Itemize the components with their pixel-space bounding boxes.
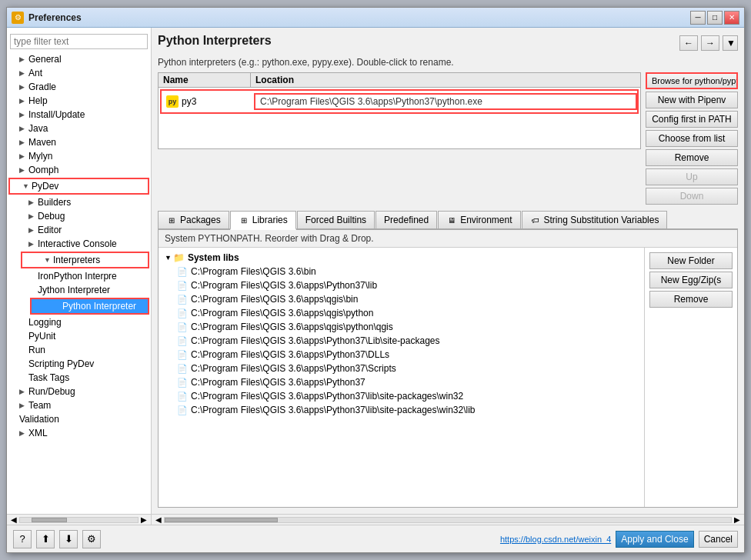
sidebar-item-editor[interactable]: ▶ Editor — [7, 223, 151, 237]
sidebar-item-mylyn[interactable]: ▶ Mylyn — [7, 149, 151, 163]
tab-libraries[interactable]: ⊞ Libraries — [230, 211, 296, 230]
file-icon: 📄 — [177, 267, 188, 277]
list-item[interactable]: 📄 C:\Program Files\QGIS 3.6\bin — [162, 265, 641, 278]
sidebar-item-ant[interactable]: ▶ Ant — [7, 66, 151, 80]
sidebar-item-validation[interactable]: Validation — [7, 412, 151, 426]
sidebar-item-general[interactable]: ▶ General — [7, 52, 151, 66]
file-icon: 📄 — [177, 281, 188, 291]
sidebar-item-interactive-console[interactable]: ▶ Interactive Console — [7, 237, 151, 251]
col-location-header: Location — [251, 73, 640, 87]
sidebar-item-run-debug[interactable]: ▶ Run/Debug — [7, 385, 151, 398]
new-pipenv-button[interactable]: New with Pipenv — [646, 92, 738, 108]
sidebar-item-help[interactable]: ▶ Help — [7, 94, 151, 108]
close-button[interactable]: ✕ — [724, 11, 739, 25]
export-button[interactable]: ⬇ — [59, 530, 78, 548]
maximize-button[interactable]: □ — [707, 11, 723, 25]
expand-arrow: ▶ — [28, 226, 36, 234]
sidebar-item-maven[interactable]: ▶ Maven — [7, 135, 151, 149]
sidebar-item-run[interactable]: Run — [7, 343, 151, 357]
expand-arrow: ▶ — [19, 55, 27, 63]
main-hscroll[interactable]: ◀ ▶ — [152, 515, 744, 525]
list-item[interactable]: 📄 C:\Program Files\QGIS 3.6\apps\qgis\py… — [162, 320, 641, 334]
sidebar-item-jython[interactable]: Jython Interpreter — [7, 283, 151, 297]
sidebar-hscroll[interactable]: ◀ ▶ — [7, 515, 152, 525]
sidebar-item-logging[interactable]: Logging — [7, 315, 151, 329]
browse-button[interactable]: Browse for python/pypy e: — [646, 72, 738, 89]
string-subst-tab-icon: 🏷 — [530, 215, 541, 225]
sidebar-item-install-update[interactable]: ▶ Install/Update — [7, 108, 151, 122]
status-link[interactable]: https://blog.csdn.net/weixin_4 — [500, 535, 611, 544]
expand-arrow: ▶ — [28, 240, 36, 248]
sidebar-item-ironpython[interactable]: IronPython Interpre — [7, 269, 151, 283]
tab-forced-builtins[interactable]: Forced Builtins — [297, 211, 375, 228]
panel-title: Python Interpreters — [158, 34, 272, 48]
tabs-bar: ⊞ Packages ⊞ Libraries Forced Builtins P… — [158, 211, 738, 230]
list-item[interactable]: 📄 C:\Program Files\QGIS 3.6\apps\Python3… — [162, 334, 641, 348]
nav-forward-button[interactable]: → — [701, 35, 719, 51]
window-icon: ⚙ — [12, 12, 24, 24]
nav-menu-button[interactable]: ▼ — [723, 35, 738, 51]
python-icon: py — [166, 95, 179, 108]
tab-packages[interactable]: ⊞ Packages — [158, 211, 229, 228]
sidebar-item-interpreters[interactable]: ▼ Interpreters — [21, 252, 149, 268]
sidebar-item-builders[interactable]: ▶ Builders — [7, 195, 151, 209]
list-item[interactable]: 📄 C:\Program Files\QGIS 3.6\apps\Python3… — [162, 348, 641, 362]
sidebar: ▶ General ▶ Ant ▶ Gradle ▶ Help ▶ Instal… — [7, 28, 152, 514]
filter-input[interactable] — [10, 34, 148, 49]
file-icon: 📄 — [177, 392, 188, 402]
help-button[interactable]: ? — [13, 530, 32, 548]
tab-predefined[interactable]: Predefined — [376, 211, 437, 228]
expand-arrow: ▶ — [19, 138, 27, 146]
sidebar-item-task-tags[interactable]: Task Tags — [7, 371, 151, 385]
list-item[interactable]: 📄 C:\Program Files\QGIS 3.6\apps\Python3… — [162, 375, 641, 389]
hscroll-right[interactable]: ▶ — [139, 515, 149, 524]
file-icon: 📄 — [177, 378, 188, 388]
list-item[interactable]: 📄 C:\Program Files\QGIS 3.6\apps\qgis\py… — [162, 306, 641, 320]
up-button[interactable]: Up — [646, 168, 738, 185]
apply-close-button[interactable]: Apply and Close — [616, 531, 693, 548]
sidebar-item-team[interactable]: ▶ Team — [7, 398, 151, 412]
environment-tab-icon: 🖥 — [446, 215, 457, 225]
new-egg-button[interactable]: New Egg/Zip(s — [649, 272, 733, 288]
library-tree: ▼ 📁 System libs 📄 C:\Program Files\QGIS … — [159, 248, 645, 507]
choose-list-button[interactable]: Choose from list — [646, 130, 738, 147]
minimize-button[interactable]: ─ — [690, 11, 706, 25]
expand-arrow: ▶ — [19, 83, 27, 91]
new-folder-button[interactable]: New Folder — [649, 252, 733, 269]
list-item[interactable]: 📄 C:\Program Files\QGIS 3.6\apps\Python3… — [162, 389, 641, 403]
down-button[interactable]: Down — [646, 188, 738, 205]
remove-lib-button[interactable]: Remove — [649, 291, 733, 308]
sidebar-item-scripting[interactable]: Scripting PyDev — [7, 357, 151, 371]
nav-back-button[interactable]: ← — [679, 35, 698, 51]
sidebar-item-xml[interactable]: ▶ XML — [7, 426, 151, 440]
config-path-button[interactable]: Config first in PATH — [646, 111, 738, 128]
tab-environment[interactable]: 🖥 Environment — [438, 211, 520, 228]
hscroll-thumb[interactable] — [32, 518, 67, 522]
sidebar-item-pyunit[interactable]: PyUnit — [7, 329, 151, 343]
import-button[interactable]: ⬆ — [36, 530, 55, 548]
col-name-header: Name — [159, 73, 251, 87]
sidebar-item-gradle[interactable]: ▶ Gradle — [7, 80, 151, 94]
system-libs-folder[interactable]: ▼ 📁 System libs — [162, 251, 641, 265]
main-hscroll-thumb[interactable] — [165, 518, 278, 522]
remove-interp-button[interactable]: Remove — [646, 149, 738, 166]
table-row[interactable]: py py3 C:\Program Files\QGIS 3.6\apps\Py… — [160, 89, 639, 114]
expand-arrow: ▶ — [19, 152, 27, 160]
hscroll-left-main[interactable]: ◀ — [153, 515, 164, 524]
hscroll-left[interactable]: ◀ — [8, 515, 19, 524]
list-item[interactable]: 📄 C:\Program Files\QGIS 3.6\apps\Python3… — [162, 362, 641, 375]
sidebar-item-debug[interactable]: ▶ Debug — [7, 209, 151, 223]
list-item[interactable]: 📄 C:\Program Files\QGIS 3.6\apps\qgis\bi… — [162, 292, 641, 306]
list-item[interactable]: 📄 C:\Program Files\QGIS 3.6\apps\Python3… — [162, 403, 641, 417]
sidebar-item-pydev[interactable]: ▼ PyDev — [8, 178, 149, 195]
list-item[interactable]: 📄 C:\Program Files\QGIS 3.6\apps\Python3… — [162, 278, 641, 292]
sidebar-item-java[interactable]: ▶ Java — [7, 122, 151, 135]
hscroll-right-main[interactable]: ▶ — [732, 515, 743, 524]
preferences-button[interactable]: ⚙ — [82, 530, 101, 548]
sidebar-item-oomph[interactable]: ▶ Oomph — [7, 163, 151, 177]
title-bar: ⚙ Preferences ─ □ ✕ — [7, 8, 744, 28]
cancel-button[interactable]: Cancel — [699, 531, 738, 548]
sidebar-item-python-interpreter[interactable]: Python Interpreter — [30, 298, 149, 315]
expand-arrow: ▶ — [19, 388, 27, 395]
tab-string-subst[interactable]: 🏷 String Substitution Variables — [522, 211, 668, 228]
